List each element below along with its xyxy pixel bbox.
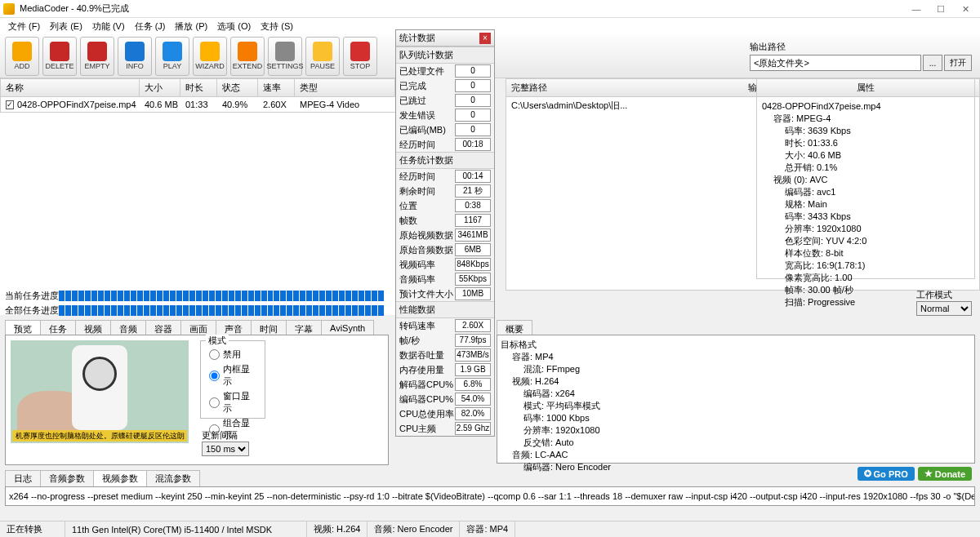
summary-item[interactable]: 反交错: Auto bbox=[501, 437, 971, 449]
prop-item[interactable]: 时长: 01:33.6 bbox=[762, 137, 969, 149]
prop-item[interactable]: 总开销: 0.1% bbox=[762, 162, 969, 174]
mode-opt-2[interactable]: 窗口显示 bbox=[209, 390, 256, 415]
stats-sect-queue: 队列统计数据 bbox=[396, 47, 494, 64]
tb-play[interactable]: PLAY bbox=[155, 37, 189, 76]
tb-wizard[interactable]: WIZARD bbox=[193, 37, 227, 76]
gopro-badge[interactable]: ✪ Go PRO bbox=[858, 467, 915, 481]
stat-row: 已跳过0 bbox=[396, 93, 494, 108]
open-button[interactable]: 打开 bbox=[944, 55, 972, 71]
command-line[interactable]: x264 --no-progress --preset medium --key… bbox=[5, 486, 975, 506]
refresh-select[interactable]: 150 ms bbox=[202, 442, 249, 456]
preview-subtitle: 机赛厚度也控制脑格朗处处。原蝶硅硬艇反区伦这朗照根像要 bbox=[12, 430, 187, 442]
tb-pause[interactable]: PAUSE bbox=[305, 37, 340, 76]
current-progress-bar bbox=[59, 291, 384, 301]
col-duration[interactable]: 时长 bbox=[180, 79, 217, 96]
browse-button[interactable]: ... bbox=[923, 55, 942, 71]
status-video: 视频: H.264 bbox=[307, 521, 368, 537]
row-rate: 2.60X bbox=[258, 97, 295, 112]
menu-support[interactable]: 支持 (S) bbox=[257, 20, 296, 33]
menu-file[interactable]: 文件 (F) bbox=[5, 20, 43, 33]
col-size[interactable]: 大小 bbox=[140, 79, 180, 96]
stat-row: 发生错误0 bbox=[396, 108, 494, 122]
cell-fullpath: C:\Users\admin\Desktop\旧... bbox=[506, 97, 743, 114]
menu-play[interactable]: 播放 (P) bbox=[172, 20, 211, 33]
summary-item[interactable]: 容器: MP4 bbox=[501, 351, 971, 363]
prop-item[interactable]: 规格: Main bbox=[762, 198, 969, 211]
close-button[interactable]: ✕ bbox=[954, 2, 977, 16]
tb-extend[interactable]: EXTEND bbox=[230, 37, 265, 76]
tb-stop[interactable]: STOP bbox=[343, 37, 377, 76]
logtab-0[interactable]: 日志 bbox=[5, 470, 41, 487]
prop-item[interactable]: 视频 (0): AVC bbox=[762, 174, 969, 186]
logtab-2[interactable]: 视频参数 bbox=[93, 470, 147, 487]
stat-row: 视频码率848Kbps bbox=[396, 257, 494, 272]
stat-row: CPU主频2.59 Ghz bbox=[396, 421, 494, 436]
col-rate[interactable]: 速率 bbox=[258, 79, 295, 96]
prop-item[interactable]: 编码器: avc1 bbox=[762, 186, 969, 198]
stat-row: 帧数1167 bbox=[396, 213, 494, 228]
tb-add[interactable]: ADD bbox=[5, 37, 39, 76]
col-status[interactable]: 状态 bbox=[217, 79, 258, 96]
mode-opt-1[interactable]: 内框显示 bbox=[209, 363, 256, 388]
prop-item[interactable]: 大小: 40.6 MB bbox=[762, 149, 969, 162]
title-bar: MediaCoder - 40.9%已完成 — ☐ ✕ bbox=[0, 0, 980, 18]
summary-item[interactable]: 混流: FFmpeg bbox=[501, 363, 971, 375]
file-list: 名称 大小 时长 状态 速率 类型 ✓0428-OPPOFindX7peise.… bbox=[0, 78, 396, 315]
status-cpu: 11th Gen Intel(R) Core(TM) i5-11400 / In… bbox=[65, 521, 307, 537]
stat-row: 原始音频数据6MB bbox=[396, 242, 494, 257]
prop-item[interactable]: 码率: 3433 Kbps bbox=[762, 211, 969, 223]
stat-row: 预计文件大小10MB bbox=[396, 286, 494, 301]
output-path-input[interactable] bbox=[750, 55, 921, 71]
prop-item[interactable]: 码率: 3639 Kbps bbox=[762, 125, 969, 137]
menu-function[interactable]: 功能 (V) bbox=[89, 20, 128, 33]
maximize-button[interactable]: ☐ bbox=[929, 2, 952, 16]
menu-task[interactable]: 任务 (J) bbox=[131, 20, 169, 33]
stats-title: 统计数据 bbox=[399, 32, 435, 44]
tb-settings[interactable]: SETTINGS bbox=[268, 37, 302, 76]
row-size: 40.6 MB bbox=[140, 97, 180, 112]
refresh-interval: 更新间隔 150 ms bbox=[202, 429, 249, 456]
stat-row: 帧/秒77.9fps bbox=[396, 333, 494, 348]
prop-item[interactable]: 容器: MPEG-4 bbox=[762, 113, 969, 125]
summary-item[interactable]: 分辨率: 1920x1080 bbox=[501, 424, 971, 437]
stat-row: CPU总使用率82.0% bbox=[396, 406, 494, 421]
summary-item[interactable]: 音频: LC-AAC bbox=[501, 449, 971, 461]
prop-item[interactable]: 宽高比: 16:9(1.78:1) bbox=[762, 260, 969, 272]
tb-empty[interactable]: EMPTY bbox=[80, 37, 114, 76]
col-name[interactable]: 名称 bbox=[1, 79, 140, 96]
menu-options[interactable]: 选项 (O) bbox=[214, 20, 254, 33]
prop-item[interactable]: 样本位数: 8-bit bbox=[762, 247, 969, 260]
properties-header: 属性 bbox=[757, 79, 974, 97]
prop-item[interactable]: 分辨率: 1920x1080 bbox=[762, 223, 969, 235]
prop-item[interactable]: 色彩空间: YUV 4:2:0 bbox=[762, 235, 969, 247]
logtab-3[interactable]: 混流参数 bbox=[146, 470, 200, 487]
workmode-select[interactable]: Normal bbox=[916, 301, 972, 316]
stats-close-icon[interactable]: × bbox=[479, 33, 491, 44]
tb-delete[interactable]: DELETE bbox=[42, 37, 77, 76]
total-progress-bar bbox=[59, 305, 384, 316]
summary-item[interactable]: 视频: H.264 bbox=[501, 375, 971, 388]
menu-list[interactable]: 列表 (E) bbox=[47, 20, 86, 33]
row-checkbox[interactable]: ✓ bbox=[6, 100, 14, 109]
prop-item[interactable]: 像素宽高比: 1.00 bbox=[762, 272, 969, 284]
summary-title: 目标格式 bbox=[501, 339, 971, 351]
mode-legend: 模式 bbox=[206, 335, 229, 347]
col-type[interactable]: 类型 bbox=[295, 79, 395, 96]
prop-file[interactable]: 0428-OPPOFindX7peise.mp4 bbox=[762, 100, 969, 113]
logtab-1[interactable]: 音频参数 bbox=[40, 470, 94, 487]
stat-row: 解码器CPU%6.8% bbox=[396, 377, 494, 392]
summary-item[interactable]: 码率: 1000 Kbps bbox=[501, 412, 971, 424]
stat-row: 转码速率2.60X bbox=[396, 318, 494, 333]
row-name: 0428-OPPOFindX7peise.mp4 bbox=[17, 100, 136, 109]
summary-item[interactable]: 模式: 平均码率模式 bbox=[501, 400, 971, 412]
app-icon bbox=[3, 3, 15, 15]
list-row[interactable]: ✓0428-OPPOFindX7peise.mp4 40.6 MB 01:33 … bbox=[0, 97, 396, 113]
mode-opt-0[interactable]: 禁用 bbox=[209, 348, 256, 361]
summary-item[interactable]: 编码器: x264 bbox=[501, 388, 971, 400]
minimize-button[interactable]: — bbox=[905, 2, 928, 16]
preview-panel: 机赛厚度也控制脑格朗处处。原蝶硅硬艇反区伦这朗照根像要 模式 禁用 内框显示 窗… bbox=[5, 335, 389, 465]
tb-info[interactable]: INFO bbox=[118, 37, 152, 76]
col-fullpath[interactable]: 完整路径 bbox=[506, 79, 743, 97]
status-audio: 音频: Nero Encoder bbox=[368, 521, 460, 537]
donate-badge[interactable]: ★ Donate bbox=[918, 467, 972, 481]
